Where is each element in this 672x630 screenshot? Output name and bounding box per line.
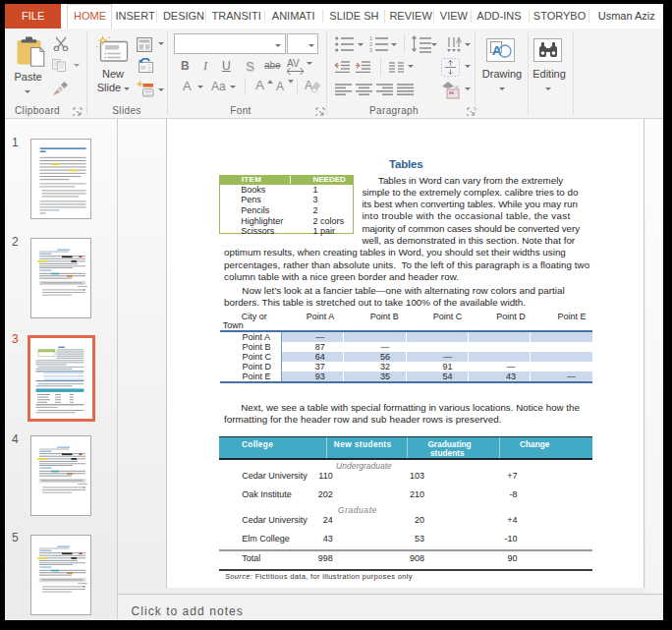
svg-text:3: 3	[369, 47, 372, 53]
svg-text:A: A	[305, 79, 312, 92]
svg-text:A: A	[456, 35, 462, 45]
